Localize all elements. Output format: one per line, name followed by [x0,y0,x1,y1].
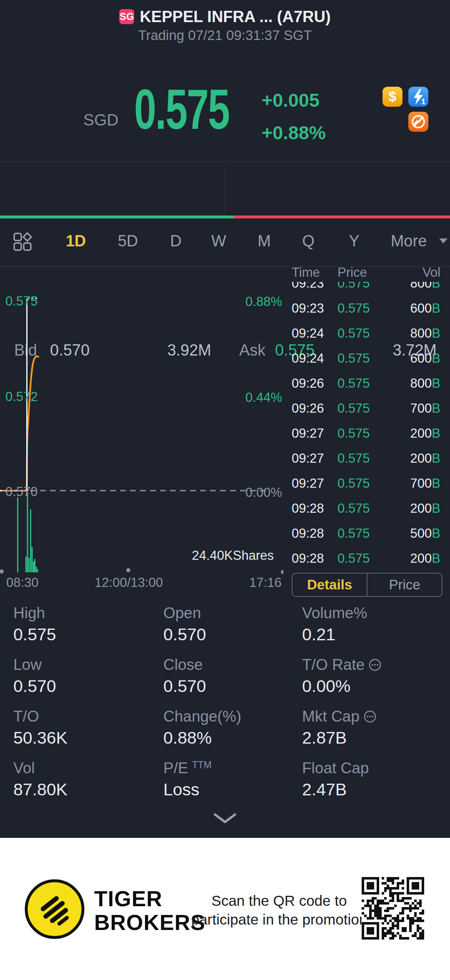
trade-row: 09:230.575800B [275,282,450,291]
bid-section[interactable]: Bid 0.570 3.92M [0,162,225,215]
tab-1d[interactable]: 1D [57,231,95,251]
intraday-chart-canvas[interactable]: 0.575 0.572 0.570 0.88% 0.44% 0.00% 24.4… [0,267,283,592]
stat-close: Close0.570 [163,655,302,707]
svg-text:1: 1 [421,97,426,106]
tab-more[interactable]: More [384,231,434,251]
trading-session-status: Trading 07/21 09:31:37 SGT [0,28,450,43]
x-label-open: 08:30 [6,575,39,590]
grid-layout-icon [12,232,32,252]
trade-row: 09:270.575200B [275,426,450,441]
price-change-percent: +0.88% [262,123,326,143]
stat-vol: Vol87.80K [13,759,163,810]
flash-order-icon[interactable]: 1 [408,87,428,107]
exchange-badge: SG [119,9,134,24]
last-price: 0.575 [134,82,229,137]
no-trade-glyph [408,112,428,132]
tab-y[interactable]: Y [335,231,373,251]
trades-header-time: Time [292,266,320,280]
tab-m[interactable]: M [245,231,283,251]
ask-section[interactable]: Ask 0.575 3.72M [225,162,450,215]
trades-view-toggle: Details Price [292,573,442,597]
volume-bars [17,492,38,572]
header: SG KEPPEL INFRA ... (A7RU) [0,6,450,28]
trade-row: 09:280.575500B [275,526,450,541]
trade-row: 09:280.575200B [275,501,450,516]
trade-row: 09:260.575800B [275,376,450,391]
y-price-low: 0.570 [5,484,38,499]
x-label-midday: 12:00/13:00 [95,575,163,590]
lightning-icon: 1 [408,87,428,107]
tab-w[interactable]: W [200,231,238,251]
trades-list[interactable]: 09:230.575800B 09:230.575600B 09:240.575… [275,282,450,567]
trade-row: 09:230.575600B [275,301,450,316]
trade-row: 09:260.575700B [275,401,450,416]
page-title: KEPPEL INFRA ... (A7RU) [140,8,330,26]
price-change: +0.005 [262,90,320,111]
dollar-promo-icon[interactable]: $ [382,87,402,107]
expand-chevron-icon[interactable] [212,812,238,825]
qr-code [362,877,424,940]
stock-detail-screen: SG KEPPEL INFRA ... (A7RU) Trading 07/21… [0,0,450,980]
axis-dots [0,568,283,574]
more-caret-icon[interactable] [439,238,448,243]
y-price-mid: 0.572 [5,389,38,404]
currency-label: SGD [83,111,119,129]
stat-high: High0.575 [13,604,163,655]
stat-mkt-cap: Mkt Cap 2.87B [302,707,442,759]
details-button[interactable]: Details [292,574,367,596]
y-price-high: 0.575 [5,294,38,308]
stat-pe-ttm: P/ETTMLoss [163,759,302,810]
promo-text: Scan the QR code to participate in the p… [179,891,379,929]
trade-row: 09:240.575600B [275,351,450,366]
tiger-brokers-logo-icon [23,878,86,940]
volume-note: 24.40KShares [192,548,274,563]
trades-header-vol: Vol [422,266,440,280]
info-icon[interactable] [363,710,377,723]
trade-row: 09:240.575800B [275,326,450,341]
trades-header-price: Price [338,266,367,280]
bid-ask-ratio-bar [0,216,450,218]
info-icon[interactable] [368,658,382,672]
stats-grid: High0.575 Open0.570 Volume%0.21 Low0.570… [13,604,442,810]
stat-change-pct: Change(%)0.88% [163,707,302,759]
x-label-close: 17:16 [249,575,282,590]
stat-volume-pct: Volume%0.21 [302,604,442,655]
ask-ratio-segment [234,216,450,218]
trade-row: 09:280.575200B [275,551,450,566]
trade-row: 09:270.575700B [275,476,450,491]
stat-open: Open0.570 [163,604,302,655]
trade-row: 09:270.575200B [275,451,450,466]
trading-restricted-icon[interactable] [408,112,428,132]
price-button[interactable]: Price [368,574,442,596]
stat-to-rate: T/O Rate 0.00% [302,655,442,707]
tab-5d[interactable]: 5D [109,231,147,251]
promo-banner: TIGER BROKERS Scan the QR code to partic… [0,838,450,980]
chart-layout-button[interactable] [12,232,32,253]
tab-d[interactable]: D [157,231,195,251]
stat-turnover: T/O50.36K [13,707,163,759]
bid-ratio-segment [0,216,234,218]
avg-price-line [27,356,38,491]
stat-low: Low0.570 [13,655,163,707]
stat-float-cap: Float Cap2.47B [302,759,442,810]
tab-q[interactable]: Q [290,231,327,251]
